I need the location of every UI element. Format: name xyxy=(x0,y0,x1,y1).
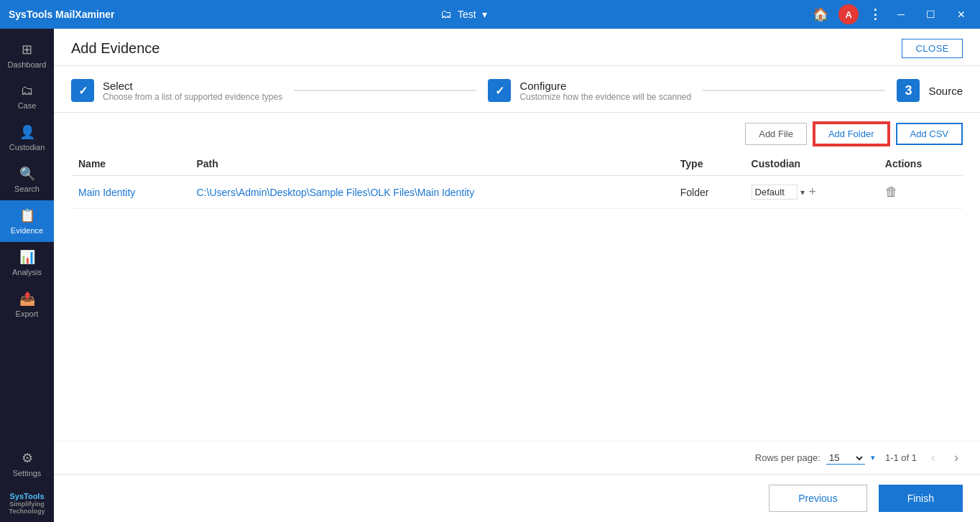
sidebar-label-case: Case xyxy=(18,101,37,110)
window-close-button[interactable]: ✕ xyxy=(951,7,971,22)
page-title: Add Evidence xyxy=(71,40,160,57)
sidebar-item-case[interactable]: 🗂 Case xyxy=(0,76,54,117)
step-source-label: Source xyxy=(928,85,963,97)
row-actions: 🗑 xyxy=(878,176,963,209)
prev-page-button[interactable]: ‹ xyxy=(927,449,940,467)
dashboard-icon: ⊞ xyxy=(22,42,32,57)
export-icon: 📤 xyxy=(19,291,35,307)
sidebar-item-settings[interactable]: ⚙ Settings xyxy=(0,443,54,485)
sidebar-item-search[interactable]: 🔍 Search xyxy=(0,159,54,200)
close-button[interactable]: CLOSE xyxy=(902,39,963,58)
step-select: ✓ Select Choose from a list of supported… xyxy=(71,79,282,102)
rows-per-page-label: Rows per page: xyxy=(755,452,820,463)
col-custodian: Custodian xyxy=(744,152,878,176)
sidebar-item-analysis[interactable]: 📊 Analysis xyxy=(0,242,54,284)
row-path: C:\Users\Admin\Desktop\Sample Files\OLK … xyxy=(190,176,673,209)
stepper: ✓ Select Choose from a list of supported… xyxy=(54,66,980,113)
app-name: SysTools MailXaminer xyxy=(9,9,115,20)
sidebar-item-evidence[interactable]: 📋 Evidence xyxy=(0,200,54,242)
delete-row-button[interactable]: 🗑 xyxy=(885,185,898,200)
sidebar: ⊞ Dashboard 🗂 Case 👤 Custodian 🔍 Search … xyxy=(0,29,54,522)
rows-chevron-icon: ▾ xyxy=(871,453,875,462)
step-source-number: 3 xyxy=(905,83,912,98)
case-icon-sidebar: 🗂 xyxy=(21,83,34,98)
page-header: Add Evidence CLOSE xyxy=(54,29,980,66)
table-area: Name Path Type Custodian Actions Main Id… xyxy=(54,152,980,441)
next-page-button[interactable]: › xyxy=(950,449,963,467)
add-file-button[interactable]: Add File xyxy=(745,123,807,145)
table-header-row: Name Path Type Custodian Actions xyxy=(71,152,963,176)
sidebar-label-custodian: Custodian xyxy=(9,143,45,152)
step-configure-text: Configure Customize how the evidence wil… xyxy=(519,80,691,102)
custodian-icon: 👤 xyxy=(19,124,35,140)
analysis-icon: 📊 xyxy=(19,249,35,265)
sidebar-label-evidence: Evidence xyxy=(11,226,43,235)
step-configure-circle: ✓ xyxy=(488,79,511,102)
titlebar-center: 🗂 Test ▾ xyxy=(115,8,813,21)
col-type: Type xyxy=(673,152,744,176)
titlebar: SysTools MailXaminer 🗂 Test ▾ 🏠 A ⋮ ─ ☐ … xyxy=(0,0,980,29)
step-configure-desc: Customize how the evidence will be scann… xyxy=(519,92,691,102)
sidebar-label-analysis: Analysis xyxy=(12,268,42,276)
rows-per-page: Rows per page: 15 25 50 100 ▾ xyxy=(755,452,875,465)
more-icon[interactable]: ⋮ xyxy=(869,6,882,22)
chevron-down-icon: ▾ xyxy=(800,187,805,197)
avatar[interactable]: A xyxy=(838,4,859,24)
evidence-table: Name Path Type Custodian Actions Main Id… xyxy=(71,152,963,209)
step-connector-1 xyxy=(294,90,476,91)
rows-per-page-select[interactable]: 15 25 50 100 xyxy=(826,452,865,465)
logo-name: SysTools xyxy=(3,492,51,500)
row-name: Main Identity xyxy=(71,176,190,209)
add-csv-button[interactable]: Add CSV xyxy=(896,123,963,145)
step-configure: ✓ Configure Customize how the evidence w… xyxy=(488,79,691,102)
sidebar-label-settings: Settings xyxy=(13,469,42,477)
row-type: Folder xyxy=(673,176,744,209)
logo-sub: Simplifying Technology xyxy=(3,500,51,515)
step-select-circle: ✓ xyxy=(71,79,94,102)
step-source: 3 Source xyxy=(897,79,963,102)
dropdown-icon[interactable]: ▾ xyxy=(482,9,487,20)
col-path: Path xyxy=(190,152,673,176)
sidebar-label-export: Export xyxy=(16,309,39,318)
add-custodian-button[interactable]: + xyxy=(808,183,818,201)
custodian-select[interactable]: Default xyxy=(752,185,798,200)
sidebar-item-dashboard[interactable]: ⊞ Dashboard xyxy=(0,34,54,76)
settings-icon: ⚙ xyxy=(22,450,33,466)
app-body: ⊞ Dashboard 🗂 Case 👤 Custodian 🔍 Search … xyxy=(0,29,980,522)
custodian-cell: Default ▾ + xyxy=(752,183,871,201)
footer-buttons: Previous Finish xyxy=(54,474,980,522)
evidence-icon: 📋 xyxy=(19,208,35,223)
sidebar-label-dashboard: Dashboard xyxy=(8,60,47,69)
step-configure-label: Configure xyxy=(519,80,691,92)
previous-button[interactable]: Previous xyxy=(769,485,866,512)
case-icon: 🗂 xyxy=(440,8,452,21)
case-name: Test xyxy=(458,9,476,20)
table-row: Main Identity C:\Users\Admin\Desktop\Sam… xyxy=(71,176,963,209)
toolbar: Add File Add Folder Add CSV xyxy=(54,113,980,152)
sidebar-item-custodian[interactable]: 👤 Custodian xyxy=(0,117,54,159)
step-select-desc: Choose from a list of supported evidence… xyxy=(103,92,282,102)
add-folder-button[interactable]: Add Folder xyxy=(814,123,889,145)
pagination: Rows per page: 15 25 50 100 ▾ 1-1 of 1 ‹… xyxy=(54,441,980,474)
search-icon: 🔍 xyxy=(19,166,35,182)
page-info: 1-1 of 1 xyxy=(885,452,917,463)
sidebar-label-search: Search xyxy=(14,185,40,193)
row-custodian: Default ▾ + xyxy=(744,176,878,209)
systools-logo: SysTools Simplifying Technology xyxy=(0,485,54,522)
step-configure-checkmark: ✓ xyxy=(495,84,504,98)
main-content: Add Evidence CLOSE ✓ Select Choose from … xyxy=(54,29,980,522)
step-select-label: Select xyxy=(103,80,282,92)
step-select-checkmark: ✓ xyxy=(78,84,88,98)
sidebar-item-export[interactable]: 📤 Export xyxy=(0,284,54,325)
col-name: Name xyxy=(71,152,190,176)
step-connector-2 xyxy=(703,90,885,91)
home-icon[interactable]: 🏠 xyxy=(813,6,828,22)
step-source-text: Source xyxy=(928,85,963,97)
step-source-circle: 3 xyxy=(897,79,920,102)
maximize-button[interactable]: ☐ xyxy=(920,7,941,22)
minimize-button[interactable]: ─ xyxy=(892,7,910,22)
finish-button[interactable]: Finish xyxy=(879,485,963,512)
titlebar-right: 🏠 A ⋮ ─ ☐ ✕ xyxy=(813,4,971,24)
col-actions: Actions xyxy=(878,152,963,176)
step-select-text: Select Choose from a list of supported e… xyxy=(103,80,282,102)
